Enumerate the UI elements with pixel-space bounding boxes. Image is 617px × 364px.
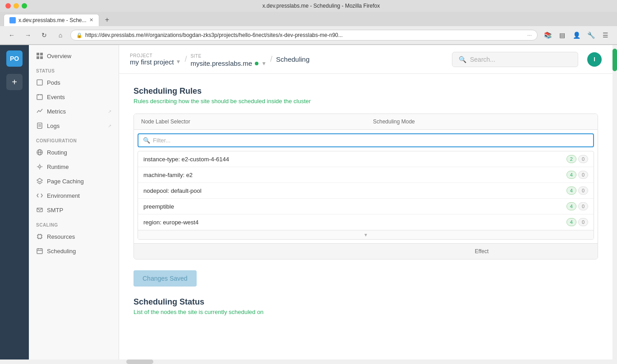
menu-icon[interactable]: ☰ (599, 29, 612, 41)
browser-chrome: x.dev.presslabs.me - Scheduling - Mozill… (0, 0, 617, 45)
window-controls (5, 3, 27, 9)
scrollbar-thumb[interactable] (612, 49, 617, 71)
sidebar-icon[interactable]: ▤ (556, 29, 568, 41)
project-selector[interactable]: PROJECT my first project ▼ (130, 53, 181, 66)
url-text: https://dev.presslabs.me/#/organizations… (85, 32, 525, 38)
badge-group: 4 0 (566, 218, 588, 226)
tab-close-button[interactable]: ✕ (89, 17, 93, 23)
sidebar-item-scheduling[interactable]: Scheduling (29, 244, 119, 258)
item-label: preemptible (143, 203, 566, 210)
sidebar-item-metrics[interactable]: Metrics ↗ (29, 104, 119, 118)
svg-rect-1 (40, 53, 43, 55)
maximize-dot[interactable] (22, 3, 27, 9)
add-button[interactable]: + (6, 74, 23, 90)
window-title: x.dev.presslabs.me - Scheduling - Mozill… (31, 3, 612, 9)
rules-card: Node Label Selector Scheduling Mode 🔍 in… (134, 114, 598, 259)
bookmarks-icon[interactable]: 📚 (541, 29, 554, 41)
profile-icon[interactable]: 👤 (570, 29, 583, 41)
chart-icon (36, 108, 43, 115)
right-scrollbar[interactable] (612, 45, 617, 359)
svg-rect-5 (37, 95, 42, 100)
tab-label: x.dev.presslabs.me - Sche... (18, 17, 87, 23)
sidebar-item-pods[interactable]: Pods (29, 75, 119, 90)
new-tab-button[interactable]: + (101, 14, 114, 26)
badge-gray: 0 (578, 218, 588, 226)
badge-gray: 0 (578, 202, 588, 210)
minimize-dot[interactable] (14, 3, 19, 9)
site-name-text: mysite.presslabs.me (190, 59, 252, 67)
forward-button[interactable]: → (22, 29, 34, 41)
svg-point-14 (39, 166, 41, 168)
site-label: SITE (190, 54, 201, 59)
dropdown-item-4[interactable]: region: europe-west4 4 0 (138, 214, 594, 230)
sidebar-item-smtp[interactable]: SMTP (29, 203, 119, 217)
filter-input-wrapper[interactable]: 🔍 (138, 133, 594, 147)
sidebar-item-label: Routing (47, 149, 67, 156)
project-dropdown-icon: ▼ (176, 59, 181, 65)
sidebar-item-label: Overview (47, 53, 71, 59)
dropdown-item-1[interactable]: machine-family: e2 4 0 (138, 167, 594, 183)
badge-group: 2 0 (566, 155, 588, 163)
bottom-scrollbar-thumb[interactable] (126, 359, 153, 364)
user-avatar[interactable]: I (587, 52, 602, 67)
close-dot[interactable] (5, 3, 11, 9)
rules-table-header: Node Label Selector Scheduling Mode (134, 114, 598, 130)
sidebar-item-overview[interactable]: Overview (29, 49, 119, 63)
calendar-icon (36, 93, 43, 100)
sidebar-item-logs[interactable]: Logs ↗ (29, 118, 119, 133)
sidebar-item-resources[interactable]: Resources (29, 229, 119, 244)
scheduling-rules-desc: Rules describing how the site should be … (134, 98, 598, 105)
avatar[interactable]: PO (6, 50, 23, 67)
dropdown-item-0[interactable]: instance-type: e2-custom-4-6144 2 0 (138, 151, 594, 167)
browser-tab-active[interactable]: x.dev.presslabs.me - Sche... ✕ (4, 14, 99, 26)
sidebar-item-label: Pods (47, 79, 60, 86)
sidebar-item-label: Resources (47, 233, 75, 240)
dropdown-item-3[interactable]: preemptible 4 0 (138, 199, 594, 214)
search-icon: 🔍 (459, 56, 466, 63)
site-dropdown-icon: ▼ (261, 60, 267, 67)
dropdown-container: 🔍 instance-type: e2-custom-4-6144 2 0 (134, 133, 598, 240)
sidebar-item-label: Page Caching (47, 178, 84, 185)
col-node-label: Node Label Selector (134, 114, 366, 129)
svg-rect-17 (38, 235, 41, 238)
sidebar-dark: PO + (0, 45, 29, 359)
dropdown-item-2[interactable]: nodepool: default-pool 4 0 (138, 183, 594, 199)
security-icon: 🔒 (76, 32, 83, 38)
home-button[interactable]: ⌂ (54, 29, 67, 41)
dropdown-list: instance-type: e2-custom-4-6144 2 0 mach… (138, 151, 594, 240)
item-label: instance-type: e2-custom-4-6144 (143, 156, 566, 163)
effect-row: Effect (134, 243, 598, 259)
sidebar-item-label: Metrics (47, 108, 66, 115)
tab-favicon (9, 17, 16, 23)
settings-icon (36, 163, 43, 170)
search-input[interactable] (470, 56, 560, 63)
sidebar-item-page-caching[interactable]: Page Caching (29, 174, 119, 188)
address-bar[interactable]: 🔒 https://dev.presslabs.me/#/organizatio… (70, 30, 538, 41)
sidebar-item-environment[interactable]: Environment (29, 188, 119, 203)
sidebar-item-label: Runtime (47, 164, 69, 170)
badge-green: 4 (566, 218, 576, 226)
effect-label: Effect (366, 244, 598, 259)
sidebar-item-label: Scheduling (47, 248, 76, 255)
refresh-button[interactable]: ↻ (38, 29, 51, 41)
page-content: Scheduling Rules Rules describing how th… (119, 74, 612, 337)
changes-saved-button[interactable]: Changes Saved (134, 270, 197, 287)
site-selector[interactable]: SITE mysite.presslabs.me ▼ (190, 51, 267, 67)
back-button[interactable]: ← (5, 29, 18, 41)
sidebar-item-runtime[interactable]: Runtime (29, 159, 119, 174)
app-layout: PO + Overview STATUS Pods (0, 45, 617, 359)
nav-extra-buttons: 📚 ▤ 👤 🔧 ☰ (541, 29, 612, 41)
box-icon (36, 79, 43, 86)
effect-spacer (134, 244, 366, 259)
badge-gray: 0 (578, 155, 588, 163)
extensions-icon[interactable]: 🔧 (585, 29, 597, 41)
badge-group: 4 0 (566, 171, 588, 179)
sidebar-item-events[interactable]: Events (29, 90, 119, 104)
search-box[interactable]: 🔍 (452, 52, 578, 67)
cpu-icon (36, 233, 43, 240)
filter-input[interactable] (153, 137, 589, 144)
address-actions: ··· (527, 32, 532, 38)
sidebar-item-routing[interactable]: Routing (29, 145, 119, 159)
bottom-scrollbar[interactable] (0, 359, 617, 364)
project-label: PROJECT (130, 53, 181, 58)
